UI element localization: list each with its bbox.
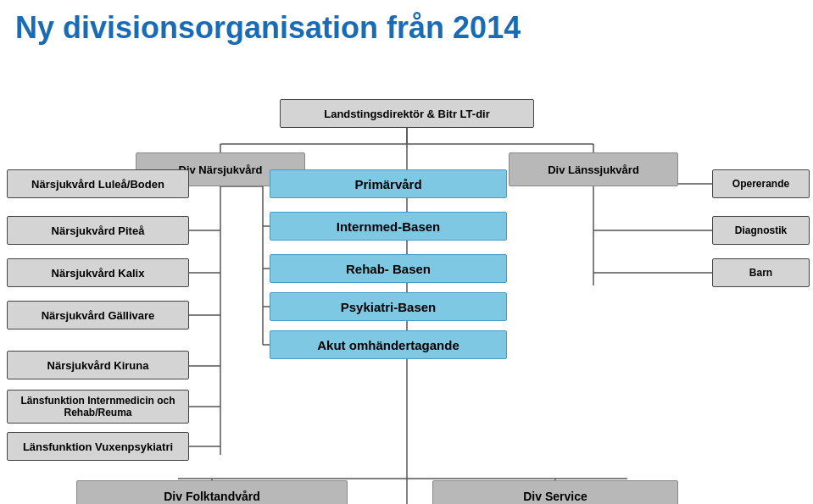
div-service-box: Div Service: [432, 480, 678, 504]
narsjukvard-kalix-box: Närsjukvård Kalix: [7, 258, 189, 287]
internmed-basen-box: Internmed-Basen: [270, 212, 507, 241]
page-title: Ny divisionsorganisation från 2014: [0, 0, 813, 53]
rehab-basen-box: Rehab- Basen: [270, 254, 507, 283]
narsjukvard-kiruna-box: Närsjukvård Kiruna: [7, 351, 189, 379]
top-director-box: Landstingsdirektör & Bitr LT-dir: [280, 99, 534, 128]
div-lanssjukvard-box: Div Länssjukvård: [509, 152, 678, 186]
akut-box: Akut omhändertagande: [270, 330, 507, 359]
narsjukvard-pitea-box: Närsjukvård Piteå: [7, 216, 189, 245]
org-chart: Landstingsdirektör & Bitr LT-dir Div När…: [0, 53, 813, 504]
diagnostik-box: Diagnostik: [712, 216, 810, 245]
div-folktandvard-box: Div Folktandvård: [76, 480, 348, 504]
narsjukvard-lulea-box: Närsjukvård Luleå/Boden: [7, 169, 189, 198]
primarvard-box: Primärvård: [270, 169, 507, 198]
lansfunktion-vux-box: Länsfunktion Vuxenpsykiatri: [7, 432, 189, 461]
barn-box: Barn: [712, 258, 810, 287]
narsjukvard-gallivare-box: Närsjukvård Gällivare: [7, 301, 189, 330]
opererande-box: Opererande: [712, 169, 810, 198]
psykiatri-basen-box: Psykiatri-Basen: [270, 292, 507, 321]
lansfunktion-intern-box: Länsfunktion Internmedicin och Rehab/Reu…: [7, 390, 189, 424]
